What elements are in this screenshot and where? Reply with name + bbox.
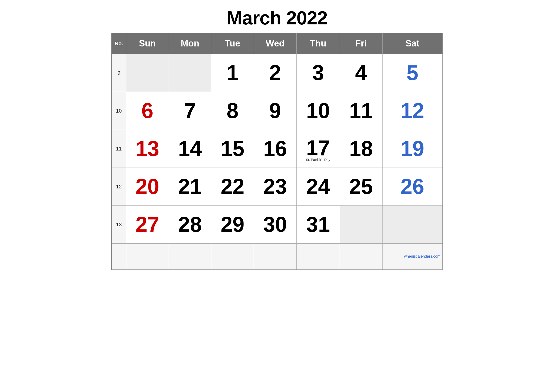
week-row: 912345 bbox=[111, 54, 443, 92]
day-cell bbox=[340, 206, 382, 244]
watermark-cell: wheniscalendars.com bbox=[382, 244, 443, 270]
day-cell: 19 bbox=[382, 130, 443, 168]
day-cell: 5 bbox=[382, 54, 443, 92]
week-number: 10 bbox=[111, 92, 126, 130]
extra-row: wheniscalendars.com bbox=[111, 244, 443, 270]
day-cell: 31 bbox=[296, 206, 340, 244]
extra-empty-cell bbox=[296, 244, 340, 270]
day-cell: 9 bbox=[254, 92, 297, 130]
day-cell: 27 bbox=[126, 206, 169, 244]
day-cell: 8 bbox=[211, 92, 254, 130]
week-row: 111314151617St. Patrick's Day1819 bbox=[111, 130, 443, 168]
day-cell: 22 bbox=[211, 168, 254, 206]
calendar-container: March 2022 No. Sun Mon Tue Wed Thu Fri S… bbox=[111, 7, 443, 270]
week-row: 132728293031 bbox=[111, 206, 443, 244]
day-cell: 24 bbox=[296, 168, 340, 206]
day-cell: 26 bbox=[382, 168, 443, 206]
col-header-mon: Mon bbox=[169, 33, 211, 54]
day-cell bbox=[382, 206, 443, 244]
week-row: 1220212223242526 bbox=[111, 168, 443, 206]
day-cell: 1 bbox=[211, 54, 254, 92]
col-header-fri: Fri bbox=[340, 33, 382, 54]
day-cell: 21 bbox=[169, 168, 211, 206]
extra-empty-cell bbox=[169, 244, 211, 270]
week-number: 11 bbox=[111, 130, 126, 168]
week-number: 9 bbox=[111, 54, 126, 92]
col-header-no: No. bbox=[111, 33, 126, 54]
day-cell: 10 bbox=[296, 92, 340, 130]
day-cell: 20 bbox=[126, 168, 169, 206]
col-header-tue: Tue bbox=[211, 33, 254, 54]
extra-empty-cell bbox=[126, 244, 169, 270]
day-cell: 18 bbox=[340, 130, 382, 168]
day-cell: 11 bbox=[340, 92, 382, 130]
col-header-sat: Sat bbox=[382, 33, 443, 54]
day-cell: 4 bbox=[340, 54, 382, 92]
calendar-table: No. Sun Mon Tue Wed Thu Fri Sat 91234510… bbox=[111, 33, 443, 270]
header-row: No. Sun Mon Tue Wed Thu Fri Sat bbox=[111, 33, 443, 54]
day-cell: 25 bbox=[340, 168, 382, 206]
week-row: 106789101112 bbox=[111, 92, 443, 130]
extra-empty-cell bbox=[340, 244, 382, 270]
extra-empty-cell bbox=[211, 244, 254, 270]
day-cell: 15 bbox=[211, 130, 254, 168]
day-cell: 6 bbox=[126, 92, 169, 130]
day-cell: 29 bbox=[211, 206, 254, 244]
calendar-title: March 2022 bbox=[111, 7, 443, 29]
day-cell: 17St. Patrick's Day bbox=[296, 130, 340, 168]
day-cell: 12 bbox=[382, 92, 443, 130]
extra-week-no bbox=[111, 244, 126, 270]
day-cell: 13 bbox=[126, 130, 169, 168]
week-number: 12 bbox=[111, 168, 126, 206]
extra-empty-cell bbox=[254, 244, 297, 270]
day-cell bbox=[169, 54, 211, 92]
week-number: 13 bbox=[111, 206, 126, 244]
day-cell: 23 bbox=[254, 168, 297, 206]
col-header-sun: Sun bbox=[126, 33, 169, 54]
col-header-thu: Thu bbox=[296, 33, 340, 54]
day-cell: 7 bbox=[169, 92, 211, 130]
day-cell: 28 bbox=[169, 206, 211, 244]
day-cell: 3 bbox=[296, 54, 340, 92]
watermark-link[interactable]: wheniscalendars.com bbox=[404, 254, 441, 258]
day-cell: 2 bbox=[254, 54, 297, 92]
col-header-wed: Wed bbox=[254, 33, 297, 54]
day-cell: 30 bbox=[254, 206, 297, 244]
day-cell bbox=[126, 54, 169, 92]
day-cell: 16 bbox=[254, 130, 297, 168]
day-cell: 14 bbox=[169, 130, 211, 168]
